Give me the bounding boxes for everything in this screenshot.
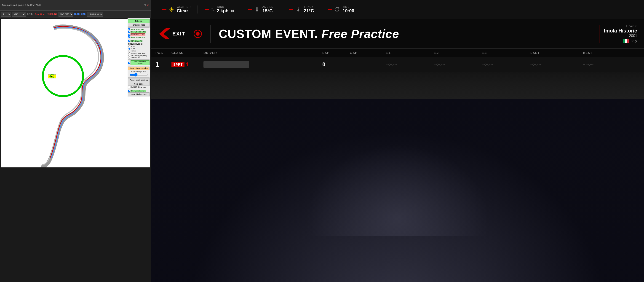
event-title: CUSTOM EVENT. Free Practice — [219, 27, 399, 41]
track-temp-label: TRACK — [304, 6, 314, 8]
s3-cell: --:--.--- — [482, 62, 530, 66]
italy-flag-icon — [623, 39, 629, 43]
driver-id-name-car[interactable]: Name + car — [128, 57, 150, 59]
track-glow — [306, 145, 489, 236]
reset-track-position-btn[interactable]: Reset track position — [128, 78, 150, 82]
ambient-value: 15°C — [262, 8, 275, 14]
controls-panel: Fill map Show sectors Show ideal line Sh… — [128, 18, 150, 97]
blue-line-label: BLUE LINE — [74, 13, 86, 15]
fill-map-btn[interactable]: Fill map — [128, 19, 150, 23]
ambient-dash-icon — [248, 9, 252, 10]
driver-cell — [204, 61, 322, 68]
show-red-line-btn[interactable]: Show RED LINE — [130, 34, 146, 36]
wind-dash-icon — [204, 9, 209, 10]
s3-value: --:--.--- — [482, 62, 493, 66]
driver-id-options: None TLAs Name Name + race data MP ratin… — [128, 45, 150, 59]
map-select[interactable]: Map — [12, 12, 26, 17]
show-pitstop-window-btn[interactable]: Show pitstop window — [128, 66, 150, 70]
mp-show-ai-btn[interactable]: MP: Show AI — [130, 40, 142, 42]
next-zone-btn[interactable]: Next Zone — [128, 82, 150, 86]
record-button[interactable] — [194, 30, 202, 38]
driver-id-name-race[interactable]: Name + race data — [128, 52, 150, 54]
pitstop-slider[interactable] — [130, 73, 148, 76]
show-driven-line-check[interactable]: Show driven line — [128, 36, 150, 38]
pos-cell: 1 — [156, 60, 172, 69]
lap-select[interactable]: Fastest lap — [87, 12, 103, 17]
ambient-label: AMBIENT — [262, 6, 275, 8]
record-dot-icon — [196, 32, 200, 36]
toolbar: ▼ Map 13:56 Practice RED LINE Live data … — [0, 10, 151, 18]
lap-cell: 0 — [322, 61, 350, 68]
show-blue-line-check[interactable]: Show BLUE LINE — [128, 31, 150, 33]
show-selection-points-check[interactable]: Show selection points — [128, 60, 150, 65]
wind-label: WIND — [216, 6, 234, 8]
track-dash-icon — [289, 9, 293, 10]
s1-cell: --:--.--- — [386, 62, 434, 66]
driver-id-tlas[interactable]: TLAs — [128, 48, 150, 50]
exit-button[interactable]: EXIT — [156, 26, 189, 42]
best-value: --:--.--- — [583, 62, 594, 66]
save-minisectors-btn[interactable]: save Minisectors — [128, 92, 150, 96]
show-blue-line-btn[interactable]: Show BLUE LINE — [130, 31, 146, 33]
track-temp-item: 🌡 TRACK 21°C — [282, 6, 321, 14]
leaderboard-header: POS CLASS DRIVER LAP GAP S1 S2 S3 LAST B… — [151, 49, 644, 57]
last-value: --:--.--- — [530, 62, 541, 66]
show-sectors-btn[interactable]: Show sectors — [128, 23, 150, 27]
sun-icon: ☀ — [169, 6, 174, 13]
clock-icon: ⏱ — [334, 6, 340, 13]
class-badge: SPRT — [172, 62, 184, 67]
ambient-item: 🌡 AMBIENT 15°C — [241, 6, 282, 14]
col-s2-header: S2 — [434, 51, 482, 55]
wind-icon: ≈ — [211, 6, 214, 13]
weather-item: ☀ WEATHER Clear — [156, 6, 198, 14]
driver-id-none[interactable]: None — [128, 45, 150, 47]
lap-value: 0 — [322, 61, 325, 68]
mp-show-ai-check[interactable]: MP: Show AI — [128, 40, 150, 42]
background-scene: POS CLASS DRIVER LAP GAP S1 S2 S3 LAST B… — [151, 49, 644, 282]
show-red-line-check[interactable]: Show RED LINE — [128, 34, 150, 36]
exit-arrow-icon — [159, 28, 170, 39]
exit-label: EXIT — [172, 31, 186, 37]
left-panel: Automobilista 2 game, 9.4a Rev: 2178 − □… — [0, 0, 151, 282]
session-label: Practice — [35, 13, 44, 16]
position-number: 1 — [156, 60, 160, 68]
pitstop-length-label: Pitstop length 30 s — [128, 70, 149, 72]
show-selection-btn[interactable]: Show selection points — [130, 60, 150, 65]
minimize-btn[interactable]: − — [140, 4, 142, 7]
close-btn[interactable]: × — [147, 4, 149, 7]
time-display: 13:56 — [27, 13, 32, 15]
driver-id-mp-rating[interactable]: MP rating (+ speed) — [128, 54, 150, 56]
col-best-header: BEST — [583, 51, 636, 55]
header-divider — [210, 25, 210, 43]
time-value: 10:00 — [342, 8, 354, 14]
s2-cell: --:--.--- — [434, 62, 482, 66]
time-item: ⏱ TIME 10:00 — [321, 6, 361, 14]
maximize-btn[interactable]: □ — [144, 4, 146, 7]
col-s1-header: S1 — [386, 51, 434, 55]
weather-bar: ☀ WEATHER Clear ≈ WIND 2 kph N 🌡 AMBIE — [151, 0, 644, 19]
track-info: TRACK Imola Historic 2001 Italy — [599, 25, 640, 43]
mrx-label: MRX — [49, 75, 54, 78]
show-ideal-line-check[interactable]: Show ideal line — [128, 28, 150, 30]
driver-id-name[interactable]: Name — [128, 50, 150, 52]
view-select[interactable]: ▼ — [1, 12, 11, 17]
best-cell: --:--.--- — [583, 62, 636, 66]
live-data-select[interactable]: Live data — [58, 12, 74, 17]
time-dash-icon — [328, 9, 332, 10]
s1-value: --:--.--- — [386, 62, 397, 66]
show-driver-id-label: Show driver id — [128, 43, 149, 45]
driver-name-bar — [204, 61, 249, 68]
show-minisectors-btn[interactable]: Show minisectors — [130, 90, 146, 92]
track-section-label: TRACK — [604, 25, 637, 28]
col-lap-header: LAP — [322, 51, 350, 55]
right-section: ☀ WEATHER Clear ≈ WIND 2 kph N 🌡 AMBIE — [151, 0, 644, 282]
do-not-clear-map-check[interactable]: Do NOT Clear map — [128, 86, 150, 88]
time-label: TIME — [342, 6, 354, 8]
show-minisectors-check[interactable]: Show minisectors — [128, 90, 150, 92]
table-row: 1 SPRT 1 0 --:--.--- — [151, 57, 644, 72]
track-country: Italy — [604, 39, 637, 43]
track-thermo-icon: 🌡 — [296, 6, 302, 13]
col-last-header: LAST — [530, 51, 583, 55]
country-name: Italy — [630, 39, 637, 43]
red-line-label: RED LINE — [47, 13, 58, 15]
